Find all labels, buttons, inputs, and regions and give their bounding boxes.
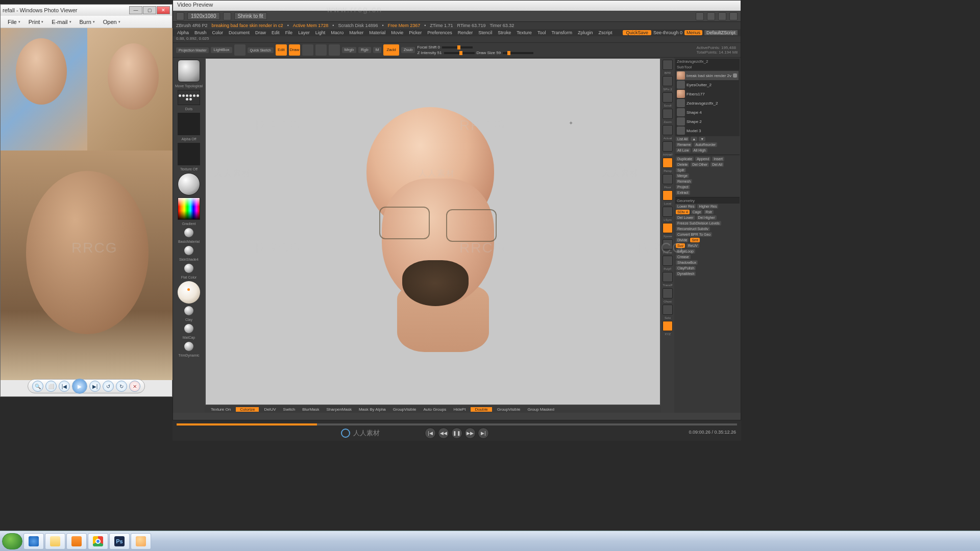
vp-search-icon[interactable] xyxy=(223,12,231,20)
close-button[interactable]: ✕ xyxy=(157,6,170,14)
zb-rt-solo[interactable] xyxy=(663,305,673,315)
zb-texture-preview[interactable] xyxy=(178,143,200,165)
zb-colorize[interactable]: Colorize xyxy=(236,407,259,412)
zb-menu-alpha[interactable]: Alpha xyxy=(176,30,190,35)
zb-delother[interactable]: Del Other xyxy=(691,162,709,167)
vp-opt4-icon[interactable] xyxy=(729,12,738,20)
pv-fit[interactable]: ⬜ xyxy=(45,381,57,392)
zb-smt[interactable]: Smt xyxy=(690,238,699,242)
start-button[interactable] xyxy=(2,533,22,549)
zb-menu-render[interactable]: Render xyxy=(457,30,474,35)
zb-mat-4[interactable] xyxy=(184,324,193,333)
zb-quicksave[interactable]: QuickSave xyxy=(623,30,651,35)
zb-suv[interactable]: Suv xyxy=(676,243,685,248)
zb-remesh[interactable]: Remesh xyxy=(676,179,692,184)
pv-menu-burn[interactable]: Burn xyxy=(76,18,99,26)
zb-menu-preferences[interactable]: Preferences xyxy=(426,30,453,35)
playback-pause[interactable]: ❚❚ xyxy=(451,428,462,439)
zb-alllow[interactable]: All Low xyxy=(676,148,691,153)
zb-menu-transform[interactable]: Transform xyxy=(550,30,573,35)
zb-menu-stencil[interactable]: Stencil xyxy=(477,30,493,35)
zb-zintensity-slider[interactable] xyxy=(444,52,475,54)
pv-menu-print[interactable]: Print xyxy=(24,18,48,26)
zb-geometry-header[interactable]: Geometry xyxy=(675,197,740,204)
zb-groupvisible2[interactable]: GroupVisible xyxy=(495,407,523,412)
zb-subtool-1[interactable]: EyesOutter_2 xyxy=(676,80,739,89)
maximize-button[interactable]: ▢ xyxy=(143,6,156,14)
zb-menu-brush[interactable]: Brush xyxy=(193,30,208,35)
zb-menu-zscript[interactable]: Zscript xyxy=(598,30,614,35)
zb-move-icon[interactable] xyxy=(302,44,313,56)
zb-menu-color[interactable]: Color xyxy=(211,30,225,35)
zb-sdiv[interactable]: SDiv 4 xyxy=(676,210,690,214)
zb-mat-3[interactable] xyxy=(184,306,193,315)
zb-current-material[interactable] xyxy=(178,281,200,304)
zb-rt-local[interactable] xyxy=(663,190,673,201)
zb-rt-spix[interactable] xyxy=(663,76,673,86)
zb-rt-actual[interactable] xyxy=(663,125,673,135)
zb-menu-texture[interactable]: Texture xyxy=(516,30,533,35)
pv-titlebar[interactable]: refall - Windows Photo Viewer — ▢ ✕ xyxy=(1,5,172,16)
zb-append[interactable]: Append xyxy=(695,157,710,161)
zb-maskbyalpha[interactable]: Mask By Alpha xyxy=(357,407,388,412)
zb-zsub[interactable]: Zsub xyxy=(401,47,415,53)
zb-rt-xpose[interactable] xyxy=(663,223,673,233)
zb-lightbox[interactable]: LightBox xyxy=(211,47,232,53)
zb-stroke-preview[interactable] xyxy=(178,90,200,105)
zb-mat-0[interactable] xyxy=(184,228,193,237)
zb-deluv[interactable]: DelUV xyxy=(262,407,278,412)
taskbar-explorer[interactable] xyxy=(45,533,65,549)
zb-subtool-2[interactable]: Fibers177 xyxy=(676,89,739,98)
pv-menu-email[interactable]: E-mail xyxy=(47,18,75,26)
zb-subtool-6[interactable]: Model 3 xyxy=(676,126,739,135)
taskbar-chrome[interactable] xyxy=(88,533,108,549)
zb-color-picker[interactable] xyxy=(178,197,200,220)
zb-subtool-0[interactable]: break bad skin render 2v xyxy=(676,71,739,80)
zb-double[interactable]: Double xyxy=(471,407,492,412)
zb-listall[interactable]: List All xyxy=(676,137,689,141)
playback-track[interactable] xyxy=(177,423,737,425)
zb-switch[interactable]: Switch xyxy=(281,407,298,412)
zb-blurmask[interactable]: BlurMask xyxy=(300,407,321,412)
zb-quicksketch[interactable]: Quick Sketch xyxy=(248,47,274,53)
zb-rt-floor[interactable] xyxy=(663,174,673,184)
pv-menu-open[interactable]: Open xyxy=(99,18,125,26)
vp-titlebar[interactable]: Video Preview xyxy=(173,1,741,11)
zb-dellower[interactable]: Del Lower xyxy=(676,215,695,220)
zb-delhigher[interactable]: Del Higher xyxy=(697,215,717,220)
zb-reconstruct[interactable]: Reconstruct Subdiv xyxy=(676,227,710,231)
zb-duplicate[interactable]: Duplicate xyxy=(676,157,694,161)
pv-play[interactable]: ▶ xyxy=(72,379,87,394)
zb-rt-zoom[interactable] xyxy=(663,109,673,119)
zb-gradient-label[interactable]: Gradient xyxy=(182,222,196,226)
zb-crease[interactable]: Crease xyxy=(676,255,691,259)
playback-next[interactable]: ▶▶ xyxy=(464,428,476,439)
zb-subtool-header[interactable]: SubTool xyxy=(675,64,740,70)
zb-mat-5[interactable] xyxy=(184,342,193,351)
zb-lowerres[interactable]: Lower Res xyxy=(676,204,696,209)
zb-convertbpr[interactable]: Convert BPR To Geo xyxy=(676,232,712,237)
zb-menu-material[interactable]: Material xyxy=(368,30,386,35)
zb-mat-2[interactable] xyxy=(184,264,193,273)
pv-delete[interactable]: ✕ xyxy=(129,381,140,392)
minimize-button[interactable]: — xyxy=(129,6,142,14)
zb-seethrough[interactable]: See-through 0 xyxy=(653,30,682,35)
pv-menu-file[interactable]: File xyxy=(4,18,24,26)
zb-menu-layer[interactable]: Layer xyxy=(297,30,311,35)
zb-divide[interactable]: Divide xyxy=(676,238,689,242)
zb-rt-aahalf[interactable] xyxy=(663,141,673,152)
vp-monitor-icon[interactable] xyxy=(176,12,184,20)
zb-arrow-down-icon[interactable]: ▼ xyxy=(699,137,705,141)
zb-m[interactable]: M xyxy=(373,47,382,53)
pv-next[interactable]: ▶| xyxy=(89,381,101,392)
zb-mat-1[interactable] xyxy=(184,246,193,255)
zb-shadowbox[interactable]: ShadowBox xyxy=(676,260,698,265)
zb-canvas[interactable]: ✦ xyxy=(206,59,660,405)
zb-menus-toggle[interactable]: Menus xyxy=(684,30,702,35)
zb-delete[interactable]: Delete xyxy=(676,162,689,167)
playback-first[interactable]: |◀ xyxy=(425,428,436,439)
zb-focal-shift-slider[interactable] xyxy=(442,46,473,48)
pv-zoom[interactable]: 🔍 xyxy=(32,381,43,392)
zb-arrow-up-icon[interactable]: ▲ xyxy=(691,137,697,141)
taskbar-app[interactable] xyxy=(131,533,151,549)
